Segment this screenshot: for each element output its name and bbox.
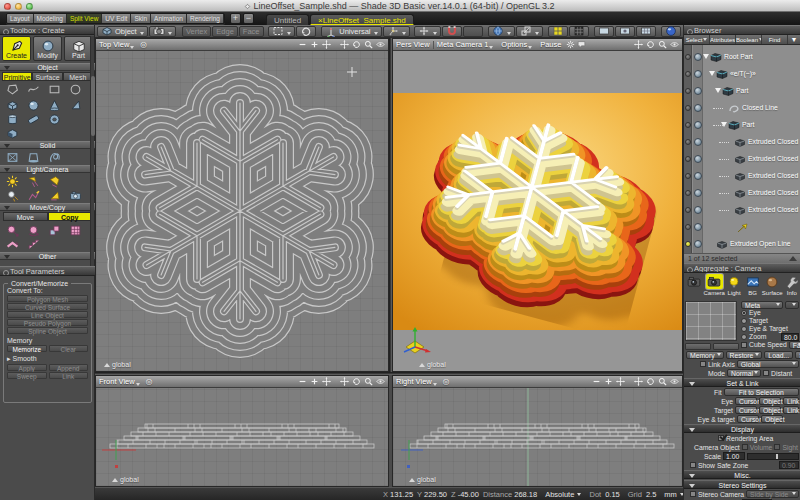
zoom-field[interactable]: 80.0 — [781, 333, 799, 341]
show-options-icon[interactable] — [376, 40, 385, 49]
safe-zone-field[interactable]: 0.90 — [779, 461, 799, 469]
convert-line-object[interactable]: Line Object — [7, 311, 88, 318]
aggregate-tab-surface[interactable]: Surface — [762, 274, 783, 300]
mode-dropdown[interactable]: Normal — [727, 369, 761, 377]
tool-sphere[interactable] — [23, 98, 44, 112]
smooth-apply[interactable]: Apply — [7, 364, 47, 371]
render-toggle[interactable] — [685, 105, 691, 111]
tree-item-part[interactable]: Part — [684, 117, 800, 134]
browser-menu-boolean[interactable]: Boolean — [736, 35, 762, 44]
tool-texcube[interactable] — [2, 126, 23, 140]
magnify-icon[interactable] — [658, 377, 667, 386]
scale-slider[interactable] — [747, 453, 799, 460]
copy-button[interactable]: Copy — [48, 212, 93, 221]
tool-coil[interactable] — [44, 150, 65, 164]
zoom-button[interactable] — [26, 3, 33, 10]
disclosure-triangle[interactable] — [703, 54, 709, 59]
visibility-toggle[interactable] — [694, 104, 702, 112]
tool-torus[interactable] — [44, 112, 65, 126]
comment-bubble-icon[interactable] — [577, 40, 586, 49]
radio-eye[interactable] — [741, 310, 747, 316]
viewport-front-settings-icon[interactable]: ◎ — [146, 377, 153, 386]
visibility-toggle[interactable] — [694, 87, 702, 95]
fit-view-icon[interactable] — [634, 377, 643, 386]
visibility-toggle[interactable] — [694, 138, 702, 146]
rotate-view-icon[interactable] — [352, 377, 361, 386]
render-toggle[interactable] — [685, 156, 691, 162]
viewport-pers-camera-select[interactable]: Meta Camera 1 — [437, 40, 489, 49]
tree-item-part[interactable]: Part — [684, 83, 800, 100]
tool-cone[interactable] — [44, 98, 65, 112]
aggregate-tab-info[interactable]: Info — [782, 274, 800, 300]
disclosure-triangle[interactable] — [709, 71, 715, 76]
tool-hollowbox[interactable] — [2, 150, 23, 164]
eye-cursor-button[interactable]: Cursor — [735, 397, 757, 405]
convert-pseudo-polygon[interactable]: Pseudo Polygon — [7, 319, 88, 326]
section-move-copy[interactable]: Move/Copy — [0, 203, 95, 211]
load-button[interactable]: Load... — [764, 351, 793, 359]
section-display[interactable]: Display — [684, 424, 800, 433]
show-options-icon[interactable] — [670, 40, 679, 49]
clear-button[interactable]: Clear — [49, 345, 89, 352]
visibility-toggle[interactable] — [694, 189, 702, 197]
radio-eye-target[interactable] — [741, 326, 747, 332]
pan-view-icon[interactable] — [616, 377, 625, 386]
minimize-button[interactable] — [15, 3, 22, 10]
meta-aux-dropdown[interactable] — [785, 301, 799, 309]
radio-target[interactable] — [741, 318, 747, 324]
cube-speed-dropdown[interactable]: Fa — [789, 341, 800, 349]
workspace-tab-uv-edit[interactable]: UV Edit — [102, 14, 131, 23]
render-toggle[interactable] — [685, 190, 691, 196]
close-button[interactable] — [4, 3, 11, 10]
scale-field[interactable]: 1.00 — [723, 452, 745, 460]
magnify-icon[interactable] — [364, 377, 373, 386]
section-misc[interactable]: Misc. — [684, 470, 800, 479]
memory-dropdown[interactable]: Memory — [686, 351, 724, 359]
tool-rotate2[interactable] — [23, 223, 44, 237]
toolbox-tab-create[interactable]: Create — [2, 36, 31, 61]
disclosure-triangle[interactable] — [715, 88, 721, 93]
pan-view-icon[interactable] — [322, 40, 331, 49]
tool-parameters-header[interactable]: Tool Parameters — [0, 266, 95, 276]
rotate-view-icon[interactable] — [352, 40, 361, 49]
browser-header[interactable]: Browser — [684, 25, 800, 35]
visibility-toggle[interactable] — [694, 53, 702, 61]
target-cursor-button[interactable]: Cursor — [735, 406, 757, 414]
fit-view-icon[interactable] — [340, 40, 349, 49]
link-axis-checkbox[interactable] — [700, 361, 706, 367]
rotate-view-icon[interactable] — [646, 40, 655, 49]
toolbox-scrollbar[interactable] — [90, 36, 94, 266]
safe-zone-checkbox[interactable] — [690, 462, 696, 468]
smooth-sweep[interactable]: Sweep — [7, 372, 47, 379]
visibility-toggle[interactable] — [694, 206, 702, 214]
show-options-icon[interactable] — [670, 377, 679, 386]
viewport-right-title[interactable]: Right View — [396, 377, 432, 386]
visibility-toggle[interactable] — [694, 121, 702, 129]
viewport-right-menu-icon[interactable] — [433, 383, 437, 386]
convert-spline-object[interactable]: Spline Object — [7, 327, 88, 334]
zoom-in-icon[interactable] — [310, 377, 319, 386]
object-tab-primitive[interactable]: Primitive — [2, 72, 32, 81]
eye-object-button[interactable]: Object — [759, 397, 781, 405]
aggregate-tab-camera[interactable]: Camera — [703, 274, 724, 300]
render-toggle[interactable] — [685, 122, 691, 128]
viewport-front-canvas[interactable]: global — [96, 388, 388, 486]
viewport-top-space-label[interactable]: global — [104, 361, 131, 368]
document-tab[interactable]: Untitled — [266, 14, 309, 25]
workspace-tab-skin[interactable]: Skin — [131, 14, 151, 23]
viewport-pers-space-label[interactable]: global — [419, 361, 446, 368]
volume-checkbox[interactable] — [742, 444, 748, 450]
rotate-view-icon[interactable] — [646, 377, 655, 386]
save-button[interactable]: Save... — [795, 351, 800, 359]
tool-polygon[interactable] — [2, 82, 23, 96]
preview-button-1[interactable] — [685, 343, 711, 350]
tree-item-extruded-closed[interactable]: Extruded Closed — [684, 134, 800, 151]
render-toggle[interactable] — [685, 241, 691, 247]
coordinate-mode-dropdown[interactable]: Absolute — [545, 490, 581, 499]
memorize-button[interactable]: Memorize — [7, 345, 47, 352]
tool-pathlight[interactable] — [23, 188, 44, 202]
section-solid[interactable]: Solid — [0, 141, 95, 149]
render-toggle[interactable] — [685, 224, 691, 230]
render-toggle[interactable] — [685, 54, 691, 60]
tool-cylinder[interactable] — [2, 112, 23, 126]
